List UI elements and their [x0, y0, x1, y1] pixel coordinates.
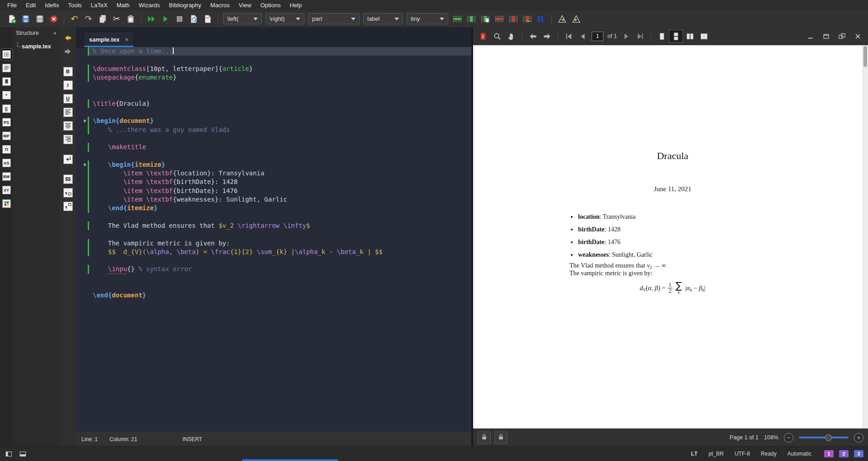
menu-item-latex[interactable]: LaTeX — [86, 0, 112, 10]
nav-forward-button[interactable] — [541, 30, 554, 42]
detach-button[interactable] — [835, 30, 849, 42]
statusbar-languagetool[interactable]: LT — [691, 451, 698, 457]
jump-forward-button[interactable] — [62, 46, 74, 57]
copy-button[interactable] — [95, 13, 109, 25]
menu-item-tools[interactable]: Tools — [63, 0, 86, 10]
menu-item-help[interactable]: Help — [285, 0, 306, 10]
pdf-scrollbar-thumb[interactable] — [863, 46, 867, 67]
undo-button[interactable]: ↶ — [67, 13, 81, 25]
view-log-button[interactable]: log — [200, 13, 214, 25]
close-button[interactable] — [851, 30, 864, 42]
editor-code-area[interactable]: % Once upon a time...\documentclass[10pt… — [76, 47, 471, 432]
dropdown-tiny[interactable]: tiny — [407, 13, 448, 24]
lock-zoom-button[interactable] — [478, 432, 491, 444]
sidebar-tab-delimiters[interactable]: ([ — [1, 103, 12, 114]
table-align-columns-button[interactable] — [534, 13, 548, 25]
minimize-button[interactable] — [804, 30, 817, 42]
zoom-in-button[interactable]: + — [854, 433, 863, 442]
dropdown-part[interactable]: part — [308, 13, 360, 24]
restore-button[interactable] — [820, 30, 833, 42]
sidebar-tab-tikz[interactable]: TI — [1, 144, 12, 155]
table-add-column-button[interactable] — [464, 13, 478, 25]
bold-button[interactable]: B — [62, 66, 74, 77]
tab-close-icon[interactable]: × — [125, 36, 128, 43]
sidebar-tab-symbols[interactable]: * — [1, 89, 12, 101]
new-button[interactable] — [5, 13, 19, 25]
sidebar-tab-bookmarks[interactable] — [1, 76, 12, 87]
structure-item-sample-tex[interactable]: sample.tex — [16, 43, 60, 50]
toggle-bottom-panel-button[interactable] — [19, 450, 27, 458]
statusbar-highlight-mode[interactable]: Automatic — [787, 451, 811, 457]
newline-button[interactable] — [62, 154, 74, 165]
layout-book-button[interactable] — [697, 30, 711, 42]
align-left-button[interactable] — [62, 107, 74, 118]
zoom-out-button[interactable]: − — [784, 433, 793, 442]
layout-single-button[interactable] — [655, 30, 669, 42]
menu-item-macros[interactable]: Macros — [206, 0, 234, 10]
fold-arrow-icon[interactable]: ▼ — [83, 119, 86, 123]
zoom-slider[interactable] — [799, 434, 849, 441]
statusbar-dictionary[interactable]: pt_BR — [709, 451, 724, 457]
close-button[interactable] — [47, 13, 61, 25]
close-icon[interactable]: × — [53, 30, 57, 37]
dropdown-right)[interactable]: \right) — [266, 13, 304, 24]
subscript-button[interactable]: x — [62, 187, 74, 198]
sidebar-tab-asymptote[interactable]: AS — [1, 157, 12, 169]
magnifier-button[interactable] — [491, 30, 504, 42]
dropdown-left[interactable]: \left( — [223, 13, 262, 24]
sidebar-tab-favorites[interactable] — [1, 198, 12, 209]
dropdown-label[interactable]: label — [363, 13, 403, 24]
page-last-button[interactable] — [634, 30, 647, 42]
cut-button[interactable]: ✂ — [109, 13, 123, 25]
align-right-button[interactable] — [62, 134, 74, 145]
table-remove-row-button[interactable] — [492, 13, 506, 25]
inline-math-button[interactable]: $$ — [62, 174, 74, 184]
menu-item-wizards[interactable]: Wizards — [134, 0, 165, 10]
sidebar-tab-pstricks[interactable]: PS — [1, 117, 12, 128]
view-pdf-button[interactable] — [186, 13, 200, 25]
fold-arrow-icon[interactable]: ▼ — [83, 163, 86, 167]
stop-button[interactable] — [172, 13, 186, 25]
lock-scroll-button[interactable] — [494, 432, 508, 444]
redo-button[interactable]: ↷ — [81, 13, 95, 25]
badge-2[interactable]: 2 — [839, 450, 849, 457]
menu-item-edit[interactable]: Edit — [21, 0, 40, 10]
italic-button[interactable]: I — [62, 80, 74, 90]
menu-item-file[interactable]: File — [3, 0, 21, 10]
table-paste-column-button[interactable] — [478, 13, 492, 25]
sidebar-tab-metapost[interactable]: MP — [1, 130, 12, 141]
page-prev-button[interactable] — [576, 30, 589, 42]
menu-item-view[interactable]: View — [234, 0, 256, 10]
paste-button[interactable] — [123, 13, 138, 25]
zoom-slider-handle[interactable] — [825, 434, 832, 441]
page-number-input[interactable]: 1 — [592, 32, 603, 41]
compile-pdf-button[interactable] — [477, 30, 490, 42]
left-delimiter-button[interactable] — [555, 13, 569, 25]
toggle-side-panel-button[interactable] — [5, 450, 13, 458]
build-view-button[interactable] — [144, 13, 158, 25]
underline-button[interactable]: U — [62, 93, 74, 104]
table-remove-column-button[interactable] — [506, 13, 520, 25]
menu-item-math[interactable]: Math — [112, 0, 134, 10]
page-next-button[interactable] — [620, 30, 633, 42]
hand-button[interactable] — [505, 30, 518, 42]
superscript-button[interactable]: x — [62, 201, 74, 212]
menu-item-idefix[interactable]: Idefix — [40, 0, 63, 10]
pdf-view[interactable]: Dracula June 11, 2021 location: Transylv… — [473, 45, 868, 428]
save-button[interactable] — [33, 13, 47, 25]
compile-button[interactable] — [158, 13, 172, 25]
page-first-button[interactable] — [562, 30, 575, 42]
layout-two-button[interactable] — [683, 30, 697, 42]
menu-item-options[interactable]: Options — [256, 0, 285, 10]
jump-back-button[interactable] — [62, 33, 74, 43]
align-center-button[interactable] — [62, 120, 74, 131]
tab-sample-tex[interactable]: sample.tex × — [84, 32, 134, 47]
pdf-scrollbar[interactable] — [863, 45, 868, 428]
badge-3[interactable]: 3 — [854, 450, 863, 457]
nav-back-button[interactable] — [526, 30, 540, 42]
right-delimiter-button[interactable] — [569, 13, 583, 25]
open-button[interactable] — [19, 13, 33, 25]
sidebar-tab-paragraphs[interactable] — [1, 62, 12, 74]
sidebar-tab-xy-pic[interactable]: XY — [1, 184, 12, 196]
layout-continuous-button[interactable] — [669, 30, 683, 42]
